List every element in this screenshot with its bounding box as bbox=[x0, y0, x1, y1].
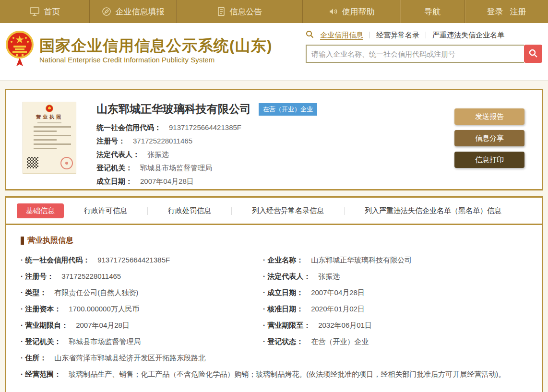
detail-full-rows: 住所： 山东省菏泽市郓城县经济开发区开拓路东段路北 经营范围： 玻璃制品生产、销… bbox=[21, 353, 527, 379]
tab-blacklist[interactable]: 列入严重违法失信企业名单（黑名单）信息 bbox=[365, 203, 501, 218]
field-value: 91371725664421385F bbox=[169, 123, 241, 132]
field-row: 法定代表人： 张振选 bbox=[96, 150, 454, 159]
detail-row: 成立日期： 2007年04月28日 bbox=[263, 288, 527, 297]
nav-item-home[interactable]: 首页 bbox=[0, 0, 89, 23]
search-icon bbox=[306, 30, 314, 40]
site-subtitle: National Enterprise Credit Information P… bbox=[39, 56, 272, 64]
nav-label: 信息公告 bbox=[230, 6, 262, 17]
tab-basic-info[interactable]: 基础信息 bbox=[17, 203, 64, 218]
detail-value: 91371725664421385F bbox=[97, 255, 170, 265]
search-input[interactable] bbox=[306, 45, 524, 63]
license-qr-code bbox=[27, 157, 38, 168]
detail-label: 营业期限自： bbox=[21, 321, 68, 330]
detail-row: 企业名称： 山东郓城正华玻璃科技有限公司 bbox=[263, 255, 527, 265]
field-label: 法定代表人： bbox=[96, 150, 140, 159]
section-title: 营业执照信息 bbox=[21, 236, 527, 246]
field-label: 统一社会信用代码： bbox=[96, 123, 161, 132]
license-line bbox=[34, 131, 57, 132]
search-tab-credit-info[interactable]: 企业信用信息 bbox=[320, 31, 363, 40]
nav-item-enterprise-filing[interactable]: 企业信息填报 bbox=[89, 0, 176, 23]
tab-administrative-license[interactable]: 行政许可信息 bbox=[84, 203, 127, 218]
status-badge: 在营（开业）企业 bbox=[259, 103, 317, 116]
field-row: 注册号： 371725228011465 bbox=[96, 136, 454, 146]
company-name: 山东郓城正华玻璃科技有限公司 bbox=[96, 102, 251, 117]
detail-row: 核准日期： 2020年01月02日 bbox=[263, 304, 527, 314]
share-info-button[interactable]: 信息分享 bbox=[454, 130, 524, 146]
license-emblem-icon bbox=[46, 105, 53, 112]
tab-separator bbox=[426, 32, 426, 38]
nav-item-navigation[interactable]: 导航 bbox=[400, 0, 465, 23]
field-value: 张振选 bbox=[147, 150, 169, 159]
company-name-row: 山东郓城正华玻璃科技有限公司 在营（开业）企业 bbox=[96, 102, 454, 117]
license-line bbox=[34, 135, 71, 136]
license-line bbox=[34, 143, 71, 145]
top-navigation: 首页 企业信息填报 信息公告 使用帮助 导航 登录 注册 bbox=[0, 0, 548, 23]
detail-value: 2020年01月02日 bbox=[311, 304, 365, 314]
detail-label: 经营范围： bbox=[21, 369, 61, 379]
detail-value: 2007年04月28日 bbox=[311, 288, 365, 297]
search-submit-button[interactable] bbox=[524, 45, 542, 63]
nav-label: 首页 bbox=[44, 6, 60, 17]
detail-value: 有限责任公司(自然人独资) bbox=[54, 288, 138, 297]
nav-item-help[interactable]: 使用帮助 bbox=[302, 0, 400, 23]
detail-label: 类型： bbox=[21, 288, 47, 297]
search-tab-abnormal-list[interactable]: 经营异常名录 bbox=[376, 31, 419, 40]
national-emblem-icon bbox=[5, 30, 35, 71]
nav-item-announcements[interactable]: 信息公告 bbox=[176, 0, 302, 23]
site-logo[interactable]: 国家企业信用信息公示系统(山东) National Enterprise Cre… bbox=[5, 30, 272, 71]
license-line bbox=[34, 126, 71, 128]
detail-value: 2007年04月28日 bbox=[76, 321, 130, 330]
field-label: 注册号： bbox=[96, 136, 125, 146]
tab-administrative-penalty[interactable]: 行政处罚信息 bbox=[168, 203, 211, 218]
search-icon bbox=[528, 48, 538, 59]
detail-row: 法定代表人： 张振选 bbox=[263, 272, 527, 281]
home-monitor-icon bbox=[29, 7, 40, 16]
company-detail-card: 基础信息 行政许可信息 行政处罚信息 列入经营异常名录信息 列入严重违法失信企业… bbox=[5, 196, 543, 392]
detail-row-business-scope: 经营范围： 玻璃制品生产、销售；化工产品（不含危险化学品）购销；玻璃制品烤花。(… bbox=[21, 369, 527, 379]
detail-value: 张振选 bbox=[318, 272, 340, 281]
company-summary-card: 营业执照 山东郓城正华玻璃科技有限公司 在营（开业）企业 统一社会信用代码： 9… bbox=[5, 89, 543, 190]
detail-tabbar: 基础信息 行政许可信息 行政处罚信息 列入经营异常名录信息 列入严重违法失信企业… bbox=[6, 198, 542, 224]
detail-row: 登记状态： 在营（开业）企业 bbox=[263, 337, 527, 346]
field-value: 371725228011465 bbox=[133, 136, 192, 146]
field-row: 成立日期： 2007年04月28日 bbox=[96, 177, 454, 186]
nav-label: 企业信息填报 bbox=[116, 6, 165, 17]
search-tab-illegal-list[interactable]: 严重违法失信企业名单 bbox=[432, 31, 504, 40]
license-red-seal bbox=[60, 157, 73, 169]
detail-label: 注册资本： bbox=[21, 304, 61, 314]
detail-label: 登记状态： bbox=[263, 337, 303, 346]
field-row: 统一社会信用代码： 91371725664421385F bbox=[96, 123, 454, 132]
tab-divider bbox=[231, 207, 232, 215]
detail-label: 企业名称： bbox=[263, 255, 303, 265]
field-value: 2007年04月28日 bbox=[140, 177, 194, 186]
license-line bbox=[37, 122, 61, 123]
detail-row-address: 住所： 山东省菏泽市郓城县经济开发区开拓路东段路北 bbox=[21, 353, 527, 363]
company-info-column: 山东郓城正华玻璃科技有限公司 在营（开业）企业 统一社会信用代码： 913717… bbox=[96, 102, 454, 189]
business-license-image: 营业执照 bbox=[23, 102, 76, 174]
pen-icon bbox=[102, 7, 111, 16]
company-action-buttons: 发送报告 信息分享 信息打印 bbox=[454, 102, 524, 189]
send-report-button[interactable]: 发送报告 bbox=[454, 108, 524, 125]
search-scope-tabs: 企业信用信息 经营异常名录 严重违法失信企业名单 bbox=[306, 30, 543, 40]
detail-label: 注册号： bbox=[21, 272, 54, 281]
register-link[interactable]: 注册 bbox=[510, 6, 526, 17]
tab-abnormal-operations-list[interactable]: 列入经营异常名录信息 bbox=[252, 203, 324, 218]
detail-value: 在营（开业）企业 bbox=[311, 337, 369, 346]
tab-separator bbox=[369, 32, 370, 38]
detail-row: 统一社会信用代码： 91371725664421385F bbox=[21, 255, 253, 265]
detail-label: 登记机关： bbox=[21, 337, 61, 346]
detail-label: 法定代表人： bbox=[263, 272, 310, 281]
print-info-button[interactable]: 信息打印 bbox=[454, 152, 524, 168]
detail-row: 注册资本： 1700.000000万人民币 bbox=[21, 304, 253, 314]
detail-value: 山东省菏泽市郓城县经济开发区开拓路东段路北 bbox=[54, 353, 205, 363]
login-link[interactable]: 登录 bbox=[487, 6, 503, 17]
field-label: 登记机关： bbox=[96, 163, 132, 173]
business-license-info-section: 营业执照信息 统一社会信用代码： 91371725664421385F 企业名称… bbox=[6, 225, 542, 379]
license-line bbox=[34, 139, 57, 141]
announcement-icon bbox=[217, 7, 226, 16]
detail-row: 注册号： 371725228011465 bbox=[21, 272, 253, 281]
business-license-thumbnail[interactable]: 营业执照 bbox=[16, 102, 83, 181]
site-header: 国家企业信用信息公示系统(山东) National Enterprise Cre… bbox=[0, 23, 548, 81]
site-title-block: 国家企业信用信息公示系统(山东) National Enterprise Cre… bbox=[39, 37, 272, 64]
field-row: 登记机关： 郓城县市场监督管理局 bbox=[96, 163, 454, 173]
